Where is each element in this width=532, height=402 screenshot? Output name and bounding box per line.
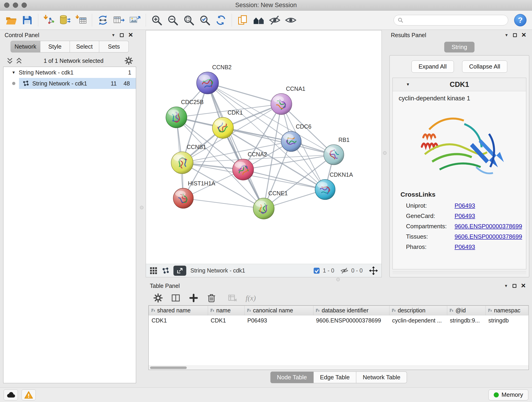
network-node-CCNB1[interactable] [171,152,193,174]
apply-layout-button[interactable] [213,13,228,28]
network-node-CCNE1[interactable] [253,198,274,219]
zoom-fit-button[interactable] [181,13,196,28]
tab-edge-table[interactable]: Edge Table [314,371,356,383]
cell-canonical-name[interactable]: P06493 [245,315,313,326]
horizontal-splitter-handle[interactable] [336,278,340,281]
network-node-HIST1H1A[interactable] [173,188,193,208]
crosslink-link-compartments[interactable]: 9606.ENSP00000378699 [455,223,522,230]
network-edge-CCNB2-CCNA1[interactable] [208,83,281,104]
tab-network-table[interactable]: Network Table [356,371,407,383]
network-row-selected[interactable]: String Network - cdk1 11 48 [19,78,136,89]
search-input[interactable] [406,17,504,23]
column-header-id[interactable]: @id [447,306,486,315]
vertical-splitter-handle-right[interactable] [383,151,386,155]
network-node-RB1[interactable] [324,145,344,165]
panel-close-icon[interactable]: × [521,31,526,38]
tab-string[interactable]: String [444,42,475,52]
tab-network[interactable]: Network [11,41,40,52]
crosslink-link-uniprot[interactable]: P06493 [455,202,475,209]
cloud-button[interactable] [4,389,18,400]
column-header-database-identifier[interactable]: database identifier [313,306,389,315]
panel-float-icon[interactable] [513,33,517,37]
hide-graphics-details-button[interactable] [267,13,282,28]
copy-button[interactable] [235,13,250,28]
zoom-in-button[interactable] [149,13,164,28]
hidden-eye-slash-icon[interactable] [340,267,348,274]
column-header-shared-name[interactable]: shared name [149,306,208,315]
column-header-name[interactable]: name [208,306,245,315]
network-share-icon[interactable] [162,267,169,274]
vertical-splitter-handle-left[interactable] [140,206,143,209]
open-session-button[interactable] [4,13,19,28]
crosslink-link-pharos[interactable]: P06493 [455,243,475,250]
panel-close-icon[interactable]: × [128,31,133,38]
export-view-button[interactable] [173,266,186,276]
cell-namespac[interactable]: stringdb [486,315,528,326]
panel-float-icon[interactable] [120,33,124,37]
close-window-button[interactable] [4,2,9,8]
export-table-button[interactable] [111,13,127,28]
network-node-CDKN1A[interactable] [315,179,335,200]
expand-all-button[interactable]: Expand All [412,61,454,73]
show-columns-icon[interactable] [171,293,181,303]
collapse-all-button[interactable]: Collapse All [462,61,507,73]
column-header-description[interactable]: description [389,306,447,315]
network-row[interactable]: String Network - cdk1 11 48 [3,78,136,89]
crosslink-link-genecard[interactable]: P06493 [455,212,475,220]
table-gear-icon[interactable] [153,293,163,303]
minimize-window-button[interactable] [13,2,18,8]
panel-collapse-icon[interactable]: ▼ [504,284,508,288]
warnings-button[interactable] [22,389,36,400]
crosslink-link-tissues[interactable]: 9606.ENSP00000378699 [455,233,522,240]
network-edge-HIST1H1A-CCNE1[interactable] [183,198,264,209]
pan-crosshair-icon[interactable] [369,266,378,275]
disclosure-triangle-icon[interactable]: ▼ [12,70,16,75]
column-header-canonical-name[interactable]: canonical name [245,306,313,315]
delete-column-icon[interactable] [207,293,216,303]
protein-entry-header[interactable]: ▼ CDK1 [393,78,526,91]
network-node-CDK1[interactable] [212,117,234,138]
tab-select[interactable]: Select [70,41,99,52]
cell-shared-name[interactable]: CDK1 [149,315,208,326]
birdseye-view-icon[interactable] [150,267,157,274]
disclosure-triangle-icon[interactable]: ▼ [406,83,410,86]
gear-icon[interactable] [125,57,133,65]
memory-button[interactable]: Memory [488,389,528,400]
zoom-window-button[interactable] [22,2,27,8]
network-collection-row[interactable]: ▼ String Network - cdk1 1 [3,67,136,78]
table-horizontal-scrollbar[interactable] [149,366,529,370]
panel-close-icon[interactable]: × [521,281,526,289]
results-scrollbar[interactable] [393,271,526,274]
export-image-button[interactable] [127,13,143,28]
network-node-CCNB2[interactable] [196,72,219,94]
cell-description[interactable]: cyclin-dependent ... [389,315,447,326]
tab-node-table[interactable]: Node Table [270,371,314,383]
cell-database-identifier[interactable]: 9606.ENSP00000378699 [313,315,389,326]
import-table-file-button[interactable] [74,13,89,28]
tab-sets[interactable]: Sets [99,41,129,52]
network-node-CCNA1[interactable] [271,94,292,115]
network-node-CDC6[interactable] [281,131,301,152]
network-edge-CDK1-RB1[interactable] [223,128,334,155]
zoom-out-button[interactable] [165,13,180,28]
new-network-from-selection-button[interactable] [95,13,110,28]
add-column-icon[interactable] [189,293,198,303]
zoom-selected-button[interactable] [197,13,212,28]
import-network-database-button[interactable] [57,13,73,28]
expand-all-tree-icon[interactable] [16,57,22,64]
tab-style[interactable]: Style [40,41,70,52]
column-header-namespac[interactable]: namespac [486,306,528,315]
cell-name[interactable]: CDK1 [208,315,245,326]
scrollbar-thumb[interactable] [150,366,187,369]
import-network-file-button[interactable] [41,13,57,28]
cell-id[interactable]: stringdb:9... [447,315,486,326]
help-button[interactable]: ? [514,14,526,26]
panel-collapse-icon[interactable]: ▼ [111,33,115,37]
selection-checkbox-icon[interactable] [313,267,320,274]
network-edge-CCNB2-CCNE1[interactable] [208,83,264,209]
first-neighbors-button[interactable] [251,13,266,28]
table-row-0[interactable]: CDK1CDK1P064939606.ENSP00000378699cyclin… [149,315,528,326]
network-node-CCNA2[interactable] [233,159,254,180]
save-session-button[interactable] [20,13,35,28]
show-graphics-details-button[interactable] [283,13,298,28]
